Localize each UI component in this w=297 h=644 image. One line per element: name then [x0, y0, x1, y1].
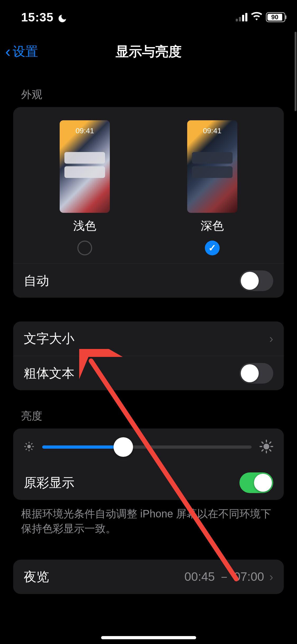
- slider-thumb[interactable]: [114, 437, 133, 457]
- row-night-shift[interactable]: 夜览 00:45 － 07:00 ›: [13, 560, 284, 594]
- status-time: 15:35: [21, 10, 54, 24]
- svg-line-16: [262, 450, 263, 451]
- row-true-tone[interactable]: 原彩显示: [13, 466, 284, 500]
- preview-dark: 09:41: [187, 120, 237, 213]
- preview-widget: [64, 152, 105, 164]
- scroll-indicator[interactable]: [295, 32, 296, 111]
- svg-point-0: [27, 445, 31, 448]
- group-text: 文字大小 › 粗体文本: [13, 321, 284, 390]
- appearance-light-label: 浅色: [73, 218, 96, 234]
- chevron-right-icon: ›: [269, 570, 273, 583]
- wifi-icon: [251, 11, 262, 23]
- appearance-dark-label: 深色: [201, 218, 224, 234]
- preview-widget: [192, 166, 233, 178]
- text-size-label: 文字大小: [24, 330, 74, 347]
- page-title: 显示与亮度: [116, 43, 182, 61]
- svg-line-8: [31, 443, 32, 444]
- bold-label: 粗体文本: [24, 365, 74, 382]
- svg-line-17: [270, 442, 271, 443]
- svg-line-15: [270, 450, 271, 451]
- cellular-signal-icon: [236, 13, 247, 21]
- night-shift-label: 夜览: [24, 568, 49, 585]
- group-night-shift: 夜览 00:45 － 07:00 ›: [13, 560, 284, 594]
- radio-light[interactable]: [77, 241, 92, 255]
- true-tone-label: 原彩显示: [24, 474, 74, 491]
- back-label: 设置: [13, 43, 38, 60]
- section-header-brightness: 亮度: [21, 409, 284, 423]
- svg-point-9: [263, 444, 269, 449]
- preview-time-label: 09:41: [60, 127, 110, 135]
- toggle-bold-text[interactable]: [239, 363, 273, 384]
- status-left: 15:35: [21, 10, 67, 24]
- status-right: 90: [236, 11, 286, 23]
- svg-line-7: [26, 449, 27, 450]
- appearance-option-light[interactable]: 09:41 浅色: [60, 120, 110, 255]
- navigation-bar: ‹ 设置 显示与亮度: [0, 34, 297, 69]
- toggle-auto[interactable]: [239, 270, 273, 291]
- radio-dark[interactable]: ✓: [205, 241, 220, 255]
- toggle-true-tone[interactable]: [239, 472, 273, 493]
- slider-fill: [42, 445, 117, 449]
- preview-widget: [192, 152, 233, 164]
- auto-label: 自动: [24, 272, 49, 289]
- preview-widget: [64, 166, 105, 178]
- section-header-appearance: 外观: [21, 87, 284, 102]
- appearance-option-dark[interactable]: 09:41 深色 ✓: [187, 120, 237, 255]
- row-brightness-slider: [13, 429, 284, 466]
- home-indicator[interactable]: [101, 636, 196, 639]
- svg-line-5: [26, 443, 27, 444]
- row-auto-appearance[interactable]: 自动: [13, 263, 284, 298]
- sun-max-icon: [260, 440, 273, 454]
- chevron-left-icon: ‹: [5, 44, 11, 59]
- brightness-slider[interactable]: [42, 445, 252, 449]
- back-button[interactable]: ‹ 设置: [5, 43, 38, 60]
- sun-min-icon: [24, 441, 34, 453]
- footer-true-tone: 根据环境光条件自动调整 iPhone 屏幕以在不同环境下保持色彩显示一致。: [13, 500, 284, 536]
- group-brightness: 原彩显示: [13, 429, 284, 500]
- battery-icon: 90: [266, 12, 286, 22]
- svg-line-6: [31, 449, 32, 450]
- row-bold-text[interactable]: 粗体文本: [13, 356, 284, 390]
- do-not-disturb-icon: [57, 12, 67, 22]
- appearance-previews: 09:41 浅色 09:41 深色 ✓: [13, 107, 284, 263]
- group-appearance: 09:41 浅色 09:41 深色 ✓ 自动: [13, 107, 284, 298]
- preview-time-label: 09:41: [187, 127, 237, 135]
- svg-line-14: [262, 442, 263, 443]
- preview-light: 09:41: [60, 120, 110, 213]
- chevron-right-icon: ›: [269, 332, 273, 345]
- battery-level: 90: [267, 14, 282, 21]
- row-text-size[interactable]: 文字大小 ›: [13, 321, 284, 356]
- night-shift-detail: 00:45 － 07:00: [185, 569, 264, 585]
- status-bar: 15:35 90: [0, 0, 297, 34]
